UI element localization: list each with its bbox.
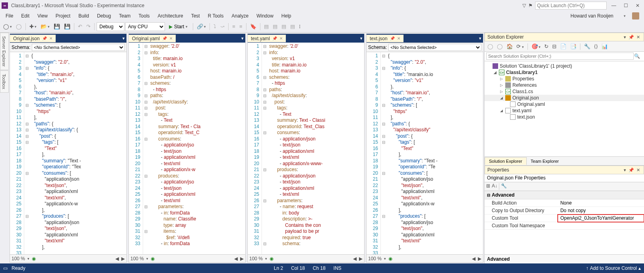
menu-edit[interactable]: Edit <box>17 12 33 20</box>
code-area[interactable]: 1234567891011121314151617181920212223242… <box>248 43 364 254</box>
view-class-icon[interactable]: 📊 <box>600 43 609 50</box>
custom-tool-value[interactable]: OpenApi2_0JsonToYamlGenerator <box>558 214 644 222</box>
menu-view[interactable]: View <box>33 12 52 20</box>
feedback-icon[interactable]: ⚑ <box>528 3 533 8</box>
nav-fwd-button[interactable]: ◯ <box>14 23 23 30</box>
panel-close-icon[interactable]: ✕ <box>635 35 641 40</box>
panel-close-icon[interactable]: ✕ <box>635 168 641 173</box>
scroll-right-icon[interactable]: ▶ <box>240 256 244 261</box>
code-area[interactable]: 1234567891011121314151617181920212223242… <box>10 52 126 254</box>
panel-pin-icon[interactable]: 📌 <box>627 168 635 173</box>
tab-overflow-icon[interactable]: ▾ <box>122 36 125 41</box>
toolbar-overflow[interactable]: ⁞ <box>297 23 302 30</box>
scroll-left-icon[interactable]: ◀ <box>353 256 357 261</box>
panel-dropdown-icon[interactable]: ▾ <box>623 35 627 40</box>
pin-icon[interactable]: 📌 <box>272 36 277 41</box>
project-node[interactable]: ◢C#ClassLibrary1 <box>485 69 644 76</box>
undo-button[interactable]: ↶ <box>76 23 84 30</box>
zoom-level[interactable]: 100 % <box>249 256 263 261</box>
solution-search-input[interactable] <box>486 53 634 60</box>
step-over-icon[interactable]: ⤻ <box>219 23 226 30</box>
comment-icon1[interactable]: ▤ <box>262 23 270 30</box>
fold-gutter[interactable]: ⊟ ⊟ ⊟ ⊟ ⊟⊟ ⊟ ⊟ <box>381 52 386 254</box>
scroll-left-icon[interactable]: ◀ <box>234 256 238 261</box>
back-icon[interactable]: ◯ <box>486 43 495 50</box>
pin-icon[interactable]: 📌 <box>390 36 395 41</box>
scope-icon[interactable]: ⟳ <box>515 43 525 50</box>
references-node[interactable]: ▷References <box>485 82 644 88</box>
minimize-button[interactable]: — <box>609 3 619 8</box>
prop-row-build-action[interactable]: Build ActionNone <box>485 199 644 207</box>
redo-button[interactable]: ↷ <box>85 23 92 30</box>
zoom-level[interactable]: 100 % <box>12 256 25 261</box>
scroll-right-icon[interactable]: ▶ <box>121 256 125 261</box>
class1-node[interactable]: ▷C#Class1.cs <box>485 88 644 95</box>
alphabetical-icon[interactable]: A↓ <box>492 183 497 190</box>
start-debug-button[interactable]: ▶Start ▾ <box>166 23 191 30</box>
menu-architecture[interactable]: Architecture <box>154 12 187 20</box>
text-yaml-node[interactable]: ◢text.yaml <box>485 107 644 114</box>
search-icon[interactable]: 🔍 <box>634 53 640 59</box>
panel-pin-icon[interactable]: 📌 <box>627 35 635 40</box>
menu-r-tools[interactable]: R Tools <box>204 12 228 20</box>
document-tab[interactable]: Original.json📌✕ <box>10 35 56 42</box>
view-code-icon[interactable]: ⟨⟩ <box>593 43 599 50</box>
server-explorer-tab[interactable]: Server Explorer <box>0 33 9 70</box>
menu-analyze[interactable]: Analyze <box>227 12 252 20</box>
solution-node[interactable]: Solution 'ClassLibrary1' (1 project) <box>485 63 644 69</box>
menu-team[interactable]: Team <box>115 12 134 20</box>
team-explorer-tab[interactable]: Team Explorer <box>527 158 563 165</box>
outdent-icon[interactable]: ≡ <box>231 23 237 30</box>
add-to-source-control[interactable]: ↑ Add to Source Control ▴ <box>586 265 641 271</box>
menu-window[interactable]: Window <box>252 12 277 20</box>
menu-file[interactable]: File <box>2 12 17 20</box>
categorized-icon[interactable]: ⊞ <box>486 183 490 190</box>
maximize-button[interactable]: ☐ <box>621 3 630 8</box>
save-all-button[interactable]: 💾 <box>62 23 72 30</box>
avatar[interactable] <box>632 12 639 20</box>
step-into-icon[interactable]: ⤵ <box>212 23 218 30</box>
text-json-node[interactable]: text.json <box>485 114 644 120</box>
solution-config-select[interactable]: Debug <box>97 22 124 31</box>
panel-dropdown-icon[interactable]: ▾ <box>623 168 627 173</box>
nav-back-button[interactable]: ◯ <box>2 23 14 30</box>
code-content[interactable]: { "swagger": "2.0", "info": { "title": "… <box>30 52 126 254</box>
close-icon[interactable]: ✕ <box>279 36 283 41</box>
pin-icon[interactable]: 📌 <box>162 36 167 41</box>
menu-test[interactable]: Test <box>187 12 204 20</box>
fold-gutter[interactable]: ⊟⊟ ⊟ ⊟⊟⊟⊟ ⊟ ⊟ ⊟ ⊟ <box>143 43 149 254</box>
solution-platform-select[interactable]: Any CPU <box>125 22 165 31</box>
menu-debug[interactable]: Debug <box>93 12 115 20</box>
indent-icon[interactable]: ≡ <box>238 23 244 30</box>
zoom-dropdown-icon[interactable]: ▾ <box>146 257 148 261</box>
collapse-icon[interactable]: ⊟ <box>551 43 558 50</box>
close-icon[interactable]: ✕ <box>397 36 400 41</box>
browser-link-button[interactable]: 🔗 <box>195 23 208 30</box>
scroll-left-icon[interactable]: ◀ <box>115 256 119 261</box>
prop-row-copy[interactable]: Copy to Output DirectoryDo not copy <box>485 207 644 214</box>
properties-section-advanced[interactable]: ⊟Advanced <box>485 191 644 199</box>
schema-select[interactable]: <No Schema Selected> <box>388 44 481 51</box>
schema-select[interactable]: <No Schema Selected> <box>32 44 125 51</box>
property-pages-icon[interactable]: 🔧 <box>501 183 507 190</box>
code-area[interactable]: 1234567891011121314151617181920212223242… <box>129 43 245 254</box>
prop-row-namespace[interactable]: Custom Tool Namespace <box>485 222 644 230</box>
tab-overflow-icon[interactable]: ▾ <box>479 36 481 41</box>
zoom-dropdown-icon[interactable]: ▾ <box>27 257 29 261</box>
solution-explorer-tab[interactable]: Solution Explorer <box>485 157 527 165</box>
fwd-icon[interactable]: ◯ <box>496 43 504 50</box>
close-icon[interactable]: ✕ <box>169 36 173 41</box>
zoom-level[interactable]: 100 % <box>130 256 144 261</box>
code-area[interactable]: 1234567891011121314151617181920212223242… <box>367 52 483 254</box>
fold-gutter[interactable]: ⊟⊟ ⊟ ⊟⊟⊟⊟ ⊟ ⊟ ⊟ ⊟ <box>262 43 268 254</box>
document-tab[interactable]: text.yaml📌✕ <box>248 35 286 42</box>
comment-icon3[interactable]: ▤ <box>280 23 288 30</box>
original-yaml-node[interactable]: Original.yaml <box>485 101 644 107</box>
scroll-left-icon[interactable]: ◀ <box>472 256 475 261</box>
document-tab[interactable]: text.json📌✕ <box>367 35 403 42</box>
new-project-button[interactable]: ✚ <box>28 23 38 30</box>
original-json-node[interactable]: ◢Original.json <box>485 95 644 101</box>
save-button[interactable]: 💾 <box>52 23 62 30</box>
properties-node[interactable]: ▷Properties <box>485 76 644 82</box>
scroll-right-icon[interactable]: ▶ <box>359 256 363 261</box>
